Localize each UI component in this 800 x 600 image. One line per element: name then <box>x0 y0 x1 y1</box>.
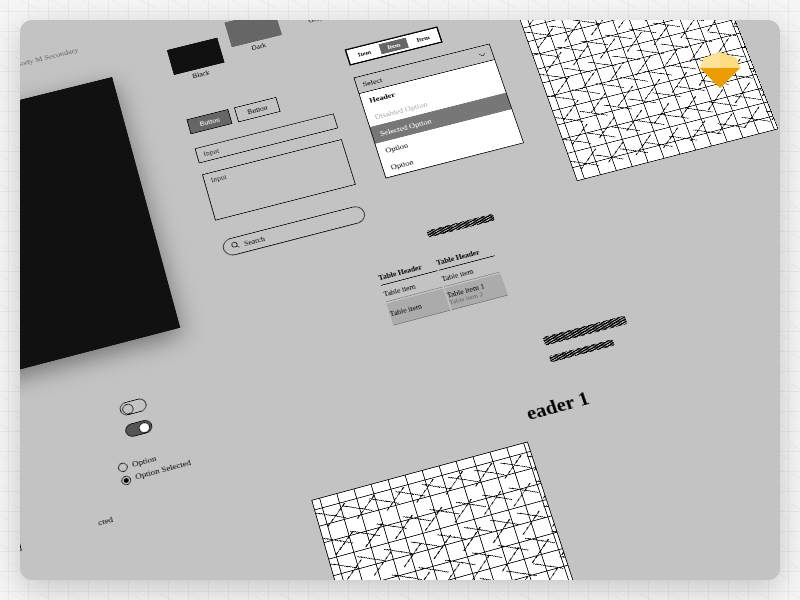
toggle-on[interactable] <box>124 418 154 438</box>
tab-item[interactable]: Item <box>408 30 438 47</box>
sketch-icon <box>698 48 742 92</box>
select-dropdown: Select Header Disabled Option Selected O… <box>354 44 524 179</box>
secondary-button[interactable]: Button <box>234 97 280 122</box>
svg-marker-4 <box>720 68 740 88</box>
data-table: Table Header Table Header Table item Tab… <box>374 239 510 327</box>
header-1-cutoff: eader 1 <box>524 387 593 425</box>
map-tile <box>311 442 576 580</box>
map-tile <box>505 20 778 181</box>
swatch-dark: Dark <box>224 20 285 57</box>
typography-panel: Header 1 Header 2 Header 3 Header 4 Body… <box>20 77 180 429</box>
checkbox-option[interactable] <box>20 538 27 555</box>
tab-item[interactable]: Item <box>349 45 379 62</box>
svg-marker-5 <box>700 52 720 68</box>
primary-button[interactable]: Button <box>186 109 232 134</box>
preview-card: Body M Secondary Header 1 Header 2 Heade… <box>20 20 780 580</box>
svg-marker-3 <box>700 68 720 88</box>
toggle-off[interactable] <box>118 397 148 417</box>
tab-item-active[interactable]: Item <box>379 38 409 55</box>
svg-line-7 <box>237 245 240 248</box>
chevron-down-icon <box>478 50 488 59</box>
search-icon <box>230 240 241 251</box>
checkbox-label-partial: cted <box>97 514 114 527</box>
swatch-black: Black <box>167 38 228 85</box>
svg-marker-2 <box>720 52 740 68</box>
body-m-secondary-label-outer: Body M Secondary <box>20 46 79 69</box>
svg-point-6 <box>231 242 238 248</box>
swatch-grey: Grey <box>281 20 341 29</box>
